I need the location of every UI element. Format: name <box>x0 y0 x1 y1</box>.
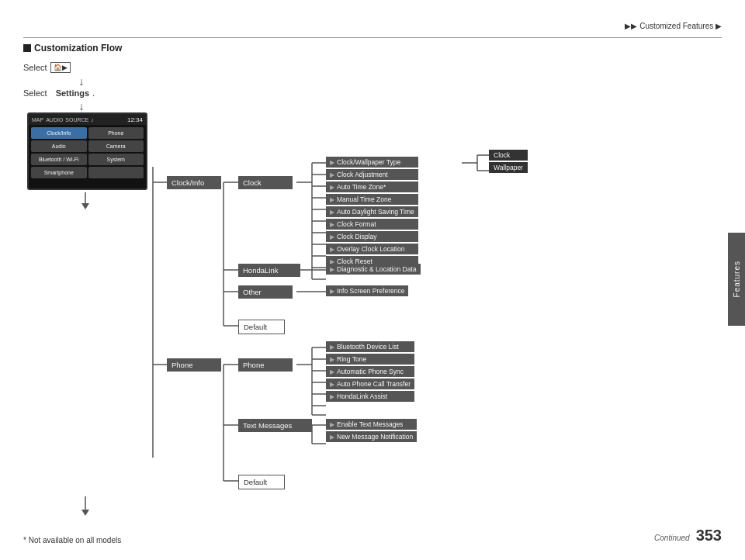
tab-source: SOURCE <box>65 117 88 123</box>
screen-top-bar: MAP AUDIO SOURCE ♪ 12:34 <box>29 114 146 125</box>
text-message-subitems: ▶Enable Text Messages ▶New Message Notif… <box>326 419 417 442</box>
page-number: 353 <box>696 527 722 544</box>
features-tab: Features <box>728 233 745 326</box>
bullet-icon <box>23 44 31 52</box>
tab-map: MAP <box>32 117 43 123</box>
main-content: Customization Flow Select 🏠 ▶ ↓ Select S… <box>23 43 714 521</box>
continued-label: Continued <box>654 534 690 542</box>
level1-clock-info[interactable]: Clock/Info <box>167 176 221 189</box>
step2-label: Select <box>23 88 47 98</box>
step2: Select Settings. <box>23 88 124 98</box>
level2-default-phone[interactable]: Default <box>238 475 285 489</box>
settings-word: Settings <box>56 88 89 98</box>
sub-item-diagnostic[interactable]: ▶Diagnostic & Location Data <box>326 264 421 275</box>
sub-item-ring-tone[interactable]: ▶Ring Tone <box>326 354 414 365</box>
breadcrumb: ▶▶ Customized Features ▶ <box>625 22 722 30</box>
btn-system[interactable]: System <box>88 154 144 165</box>
sub-item-bluetooth-device[interactable]: ▶Bluetooth Device List <box>326 341 414 352</box>
btn-phone[interactable]: Phone <box>88 127 144 139</box>
sub-item-auto-daylight[interactable]: ▶Auto Daylight Saving Time <box>326 206 418 217</box>
footer: * Not available on all models Continued … <box>23 527 722 544</box>
screen-mockup: MAP AUDIO SOURCE ♪ 12:34 Clock/Info Phon… <box>27 112 147 190</box>
btn-bluetooth[interactable]: Bluetooth / Wi-Fi <box>31 154 87 165</box>
btn-audio[interactable]: Audio <box>31 140 87 152</box>
steps-column: Select 🏠 ▶ ↓ Select Settings. ↓ MAP AUDI… <box>23 62 124 115</box>
footnote: * Not available on all models <box>23 536 121 544</box>
level1-phone[interactable]: Phone <box>167 358 221 372</box>
btn-camera[interactable]: Camera <box>88 140 144 152</box>
level3-items: Clock Wallpaper <box>489 150 528 175</box>
other-subitems: ▶Info Screen Preference <box>326 285 408 296</box>
arrow-down-1: ↓ <box>39 76 124 87</box>
step1: Select 🏠 ▶ <box>23 62 124 73</box>
level2-clock[interactable]: Clock <box>238 176 293 189</box>
level2-phone[interactable]: Phone <box>238 358 293 372</box>
sub-item-overlay-clock[interactable]: ▶Overlay Clock Location <box>326 244 418 254</box>
clock-subitems: ▶Clock/Wallpaper Type ▶Clock Adjustment … <box>326 157 418 267</box>
level2-hondalink[interactable]: HondaLink <box>238 264 300 277</box>
sub-item-enable-text[interactable]: ▶Enable Text Messages <box>326 419 417 430</box>
home-icon: 🏠 ▶ <box>50 62 71 73</box>
header-divider <box>23 37 722 38</box>
btn-clock-info[interactable]: Clock/Info <box>31 127 87 139</box>
tab-audio: AUDIO <box>46 117 63 123</box>
sub-item-clock-format[interactable]: ▶Clock Format <box>326 219 418 230</box>
tab-music: ♪ <box>91 117 94 123</box>
svg-marker-49 <box>81 510 89 516</box>
level2-other[interactable]: Other <box>238 285 293 299</box>
sub-item-auto-time-zone[interactable]: ▶Auto Time Zone* <box>326 181 418 192</box>
sub-item-clock-wallpaper-type[interactable]: ▶Clock/Wallpaper Type <box>326 157 418 168</box>
sub-item-auto-call-transfer[interactable]: ▶Auto Phone Call Transfer <box>326 379 414 389</box>
sub-item-info-screen[interactable]: ▶Info Screen Preference <box>326 285 408 296</box>
sub-item-auto-phone-sync[interactable]: ▶Automatic Phone Sync <box>326 366 414 377</box>
section-title: Customization Flow <box>23 43 714 54</box>
sub-item-clock-display[interactable]: ▶Clock Display <box>326 231 418 242</box>
section-title-text: Customization Flow <box>34 43 122 54</box>
level2-text-messages[interactable]: Text Messages <box>238 419 312 432</box>
hondalink-subitems: ▶Diagnostic & Location Data <box>326 264 421 275</box>
btn-empty <box>88 167 144 178</box>
step1-label: Select <box>23 63 47 72</box>
sub-item-manual-time-zone[interactable]: ▶Manual Time Zone <box>326 194 418 205</box>
arrow-down-2: ↓ <box>39 101 124 112</box>
level3-wallpaper[interactable]: Wallpaper <box>489 162 528 173</box>
screen-time: 12:34 <box>127 116 143 123</box>
screen-grid: Clock/Info Phone Audio Camera Bluetooth … <box>29 125 146 181</box>
sub-item-clock-adjustment[interactable]: ▶Clock Adjustment <box>326 169 418 180</box>
sub-item-new-message[interactable]: ▶New Message Notification <box>326 431 417 442</box>
svg-marker-47 <box>81 203 89 209</box>
flow-diagram: Select 🏠 ▶ ↓ Select Settings. ↓ MAP AUDI… <box>23 62 714 521</box>
features-tab-label: Features <box>733 261 741 297</box>
sub-item-hondalink-assist[interactable]: ▶HondaLink Assist <box>326 391 414 402</box>
level3-clock[interactable]: Clock <box>489 150 528 161</box>
phone-subitems: ▶Bluetooth Device List ▶Ring Tone ▶Autom… <box>326 341 414 402</box>
btn-smartphone[interactable]: Smartphone <box>31 167 87 178</box>
level2-default-clock[interactable]: Default <box>238 320 285 334</box>
